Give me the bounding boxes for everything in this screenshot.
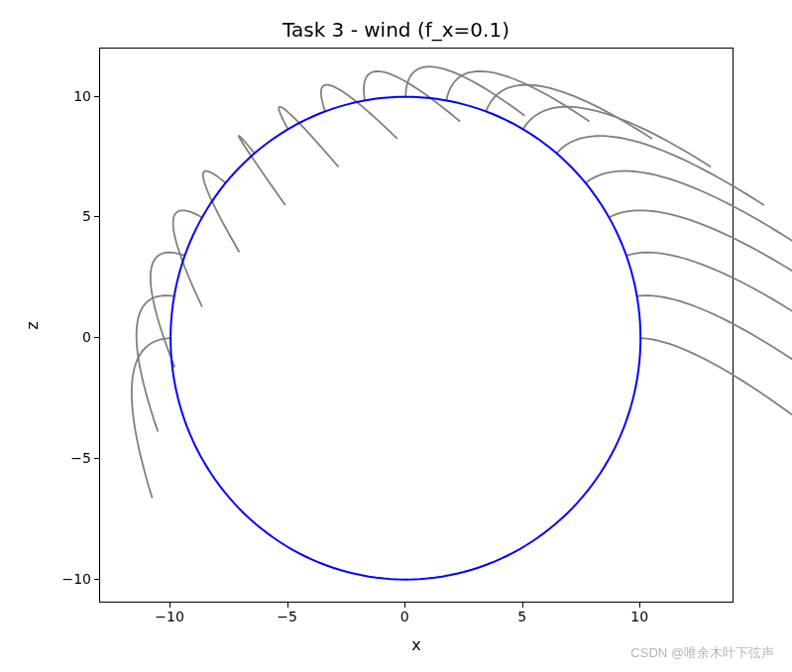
- x-tick-mark: [287, 603, 288, 608]
- y-tick-label: 5: [52, 208, 91, 224]
- plot-canvas: [100, 49, 735, 604]
- y-tick-mark: [94, 216, 99, 217]
- x-tick-mark: [404, 603, 405, 608]
- x-tick-mark: [639, 603, 640, 608]
- trajectory-curve: [486, 85, 652, 139]
- watermark-text: CSDN @唯余木叶下弦声: [630, 644, 774, 662]
- chart-title: Task 3 - wind (f_x=0.1): [0, 18, 792, 42]
- trajectory-curve: [279, 107, 338, 168]
- trajectory-curve: [321, 85, 397, 139]
- trajectory-curve: [557, 136, 764, 205]
- x-tick-mark: [170, 603, 170, 608]
- y-tick-mark: [94, 337, 99, 338]
- x-tick-label: −10: [155, 609, 184, 624]
- x-tick-mark: [522, 603, 523, 608]
- y-tick-label: −10: [52, 571, 91, 587]
- trajectory-curve: [586, 171, 792, 253]
- trajectory-curve: [132, 338, 170, 498]
- figure: Task 3 - wind (f_x=0.1) x z −10−50510−10…: [0, 0, 792, 672]
- trajectory-curve: [640, 338, 792, 498]
- trajectory-curve: [137, 295, 174, 431]
- x-tick-label: −5: [277, 609, 297, 624]
- y-tick-mark: [94, 96, 99, 97]
- plot-area: [99, 48, 734, 603]
- y-tick-label: 10: [52, 88, 91, 104]
- y-tick-label: 0: [52, 329, 91, 345]
- y-tick-mark: [94, 579, 99, 580]
- trajectory-curve: [626, 253, 792, 368]
- trajectory-curve: [203, 171, 240, 253]
- circle-path: [170, 97, 640, 580]
- x-tick-label: 10: [630, 609, 648, 624]
- y-tick-mark: [94, 458, 99, 459]
- x-tick-label: 5: [517, 609, 526, 624]
- x-tick-label: 0: [400, 609, 409, 624]
- y-tick-label: −5: [52, 450, 91, 466]
- y-axis-label: z: [22, 48, 42, 603]
